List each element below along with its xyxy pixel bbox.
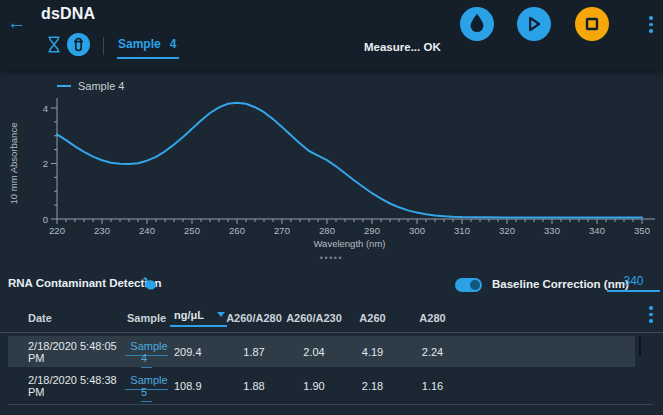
cell-a260-a280: 1.87 — [243, 346, 264, 358]
cell-a260-a230: 2.04 — [303, 346, 324, 358]
col-header-a260-a230: A260/A230 — [286, 312, 342, 324]
col-header-a260: A260 — [359, 312, 385, 324]
svg-text:2: 2 — [43, 158, 48, 169]
col-header-a260-a280: A260/A280 — [226, 312, 282, 324]
cell-a280: 1.16 — [422, 380, 443, 392]
absorbance-chart: 2202302402502602702802903003103203303403… — [0, 70, 663, 255]
svg-text:310: 310 — [454, 225, 470, 236]
svg-text:330: 330 — [544, 225, 560, 236]
cell-date: 2/18/2020 5:48:38 PM — [28, 374, 123, 398]
overflow-menu-icon[interactable] — [649, 16, 653, 33]
tab-sample-4[interactable]: Sample4 — [117, 37, 179, 59]
measure-button[interactable] — [517, 7, 551, 41]
sample-vial-button[interactable] — [67, 33, 90, 56]
table-row[interactable]: 2/18/2020 5:48:05 PM Sample 4 209.4 1.87… — [0, 335, 663, 368]
svg-text:340: 340 — [589, 225, 605, 236]
cell-a260: 2.18 — [362, 380, 383, 392]
vial-icon — [67, 33, 90, 56]
svg-text:4: 4 — [43, 103, 48, 114]
svg-text:240: 240 — [139, 225, 155, 236]
col-header-sample: Sample — [127, 312, 166, 324]
toggle-knob — [470, 280, 480, 290]
svg-text:0: 0 — [43, 214, 48, 225]
app-window: ← dsDNA Sample4 Measure... OK — [0, 0, 663, 415]
svg-text:260: 260 — [229, 225, 245, 236]
top-app-bar: ← dsDNA Sample4 Measure... OK — [0, 0, 663, 70]
svg-text:250: 250 — [184, 225, 200, 236]
col-header-date: Date — [28, 312, 52, 324]
svg-text:270: 270 — [274, 225, 290, 236]
rna-contaminant-label: RNA Contaminant Detection — [8, 277, 162, 289]
baseline-correction-toggle[interactable] — [455, 278, 482, 292]
rna-droplet-icon — [141, 277, 158, 295]
svg-text:220: 220 — [49, 225, 65, 236]
tab-number: 4 — [170, 37, 177, 51]
table-bottom-divider — [8, 404, 653, 405]
blank-button[interactable] — [460, 7, 494, 41]
stop-button[interactable] — [575, 7, 609, 41]
page-title: dsDNA — [41, 5, 95, 23]
unit-dropdown-value: ng/μL — [174, 309, 204, 321]
play-icon — [517, 7, 551, 41]
sample-link[interactable]: Sample 4 — [125, 340, 167, 368]
svg-text:300: 300 — [409, 225, 425, 236]
cell-concentration: 209.4 — [170, 346, 202, 358]
svg-text:320: 320 — [499, 225, 515, 236]
cell-a260-a230: 1.90 — [303, 380, 324, 392]
tab-label: Sample — [118, 37, 161, 51]
droplet-icon — [460, 7, 494, 41]
svg-text:230: 230 — [94, 225, 110, 236]
back-arrow-icon[interactable]: ← — [7, 13, 26, 32]
header-divider — [103, 37, 104, 55]
cell-a260: 4.19 — [362, 346, 383, 358]
cell-a260-a280: 1.88 — [243, 380, 264, 392]
svg-text:290: 290 — [364, 225, 380, 236]
chart-scroll-indicator: ••••• — [0, 253, 663, 263]
table-row[interactable]: 2/18/2020 5:48:38 PM Sample 5 108.9 1.88… — [0, 369, 663, 402]
cell-concentration: 108.9 — [170, 380, 202, 392]
hourglass-icon — [47, 36, 61, 53]
chevron-down-icon — [217, 312, 225, 317]
sample-link[interactable]: Sample 5 — [125, 374, 167, 402]
cell-a280: 2.24 — [422, 346, 443, 358]
table-overflow-menu-icon[interactable] — [649, 306, 653, 323]
col-header-a280: A280 — [419, 312, 445, 324]
stop-icon — [575, 7, 609, 41]
svg-text:Wavelength (nm): Wavelength (nm) — [314, 238, 386, 249]
svg-text:350: 350 — [634, 225, 650, 236]
unit-dropdown[interactable]: ng/μL — [170, 309, 227, 327]
svg-text:280: 280 — [319, 225, 335, 236]
cell-date: 2/18/2020 5:48:05 PM — [28, 340, 123, 364]
baseline-wavelength-input[interactable]: 340 — [607, 274, 660, 292]
results-table-header: Date Sample ng/μL A260/A280 A260/A230 A2… — [0, 303, 663, 333]
svg-text:10 mm Absorbance: 10 mm Absorbance — [8, 123, 19, 205]
measure-status-text: Measure... OK — [364, 41, 441, 53]
